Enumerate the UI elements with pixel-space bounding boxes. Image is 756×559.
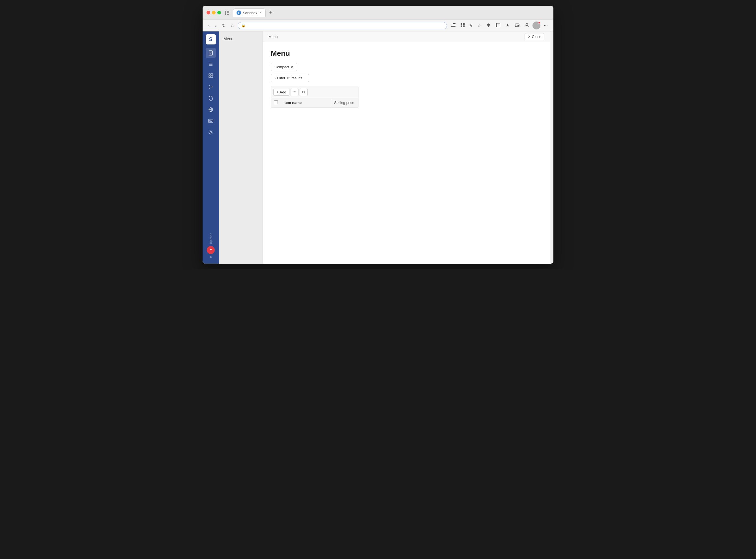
browser-tab[interactable]: S Sandbox × — [233, 8, 266, 17]
avatar-notification-dot — [538, 22, 540, 24]
extension-icon-button[interactable] — [485, 22, 492, 29]
nav-bar: ‹ › ↻ ⌂ 🔒 A ☆ — [203, 20, 553, 31]
svg-rect-3 — [227, 14, 229, 15]
add-label: Add — [280, 90, 286, 94]
svg-rect-7 — [460, 23, 462, 25]
breadcrumb-bar: Menu ✕ Close — [263, 31, 550, 42]
sidebar-nav-list[interactable] — [206, 59, 216, 69]
chevron-down-icon: ∨ — [290, 65, 293, 69]
sidebar-nav-keyboard[interactable] — [206, 116, 216, 126]
item-name-header-label: Item name — [283, 100, 302, 105]
wallet-icon-button[interactable] — [513, 22, 521, 29]
svg-rect-2 — [227, 12, 229, 13]
close-x-icon: ✕ — [528, 35, 531, 39]
table-toolbar: + Add ≡ ↺ — [271, 86, 358, 98]
text-icon-button[interactable]: A — [468, 22, 474, 29]
svg-rect-9 — [460, 25, 462, 27]
address-input[interactable] — [247, 23, 443, 28]
page-content: Menu Compact ∨ › Filter 15 results... — [263, 42, 550, 115]
sidebar-bottom: kjerner — [207, 233, 215, 261]
filter-chevron-icon: › — [275, 76, 276, 80]
refresh-icon: ↺ — [302, 90, 305, 94]
filter-row: › Filter 15 results... — [271, 74, 542, 82]
table-header: Item name Selling price — [271, 98, 358, 108]
scrollbar[interactable] — [550, 31, 553, 264]
sidebar-item-menu[interactable]: Menu — [219, 34, 263, 43]
minimize-traffic-light[interactable] — [212, 11, 216, 15]
forward-button[interactable]: › — [214, 22, 218, 29]
list-icon: ≡ — [293, 90, 296, 94]
nav-icons: A ☆ ⋯ — [449, 22, 549, 29]
more-button[interactable]: ⋯ — [542, 22, 549, 29]
sidebar-dot — [210, 256, 212, 258]
compact-label: Compact — [275, 65, 289, 69]
brand-text: kjerner — [209, 233, 212, 244]
svg-rect-8 — [463, 23, 465, 25]
sidebar-nav-settings[interactable] — [206, 127, 216, 137]
svg-rect-1 — [227, 11, 229, 12]
filter-button[interactable]: › Filter 15 results... — [271, 74, 309, 82]
sidebar-nav-login[interactable] — [206, 82, 216, 92]
header-checkbox-cell — [271, 98, 281, 107]
svg-rect-26 — [211, 76, 213, 77]
home-button[interactable]: ⌂ — [230, 22, 235, 29]
select-all-checkbox[interactable] — [274, 100, 278, 104]
svg-rect-10 — [463, 25, 465, 27]
left-sidebar: S — [203, 31, 219, 264]
plus-icon: + — [277, 90, 279, 94]
svg-rect-4 — [451, 26, 455, 27]
close-label: Close — [532, 35, 541, 39]
cast-icon-button[interactable] — [449, 22, 457, 29]
add-button[interactable]: + Add — [273, 89, 289, 96]
sidebar-icon-button[interactable] — [494, 22, 502, 29]
close-traffic-light[interactable] — [207, 11, 210, 15]
column-header-selling-price: Selling price — [331, 98, 358, 107]
profile-icon-button[interactable] — [523, 22, 531, 29]
filter-label: Filter 15 results... — [277, 76, 305, 80]
svg-point-15 — [526, 23, 528, 25]
sidebar-toggle-button[interactable] — [224, 10, 230, 16]
app-layout: S — [203, 31, 553, 264]
table-container: + Add ≡ ↺ — [271, 86, 358, 108]
lock-icon: 🔒 — [241, 23, 245, 27]
sidebar-nav-grid[interactable] — [206, 70, 216, 81]
close-button[interactable]: ✕ Close — [524, 33, 544, 40]
app-logo[interactable]: S — [206, 34, 216, 44]
sidebar-nav — [206, 48, 216, 233]
svg-point-39 — [210, 249, 212, 250]
reload-button[interactable]: ↻ — [220, 22, 227, 29]
traffic-lights — [207, 11, 221, 15]
refresh-button[interactable]: ↺ — [300, 88, 308, 96]
svg-rect-14 — [518, 25, 519, 26]
back-button[interactable]: ‹ — [207, 22, 211, 29]
svg-rect-24 — [211, 74, 213, 75]
toolbar-row: Compact ∨ — [271, 63, 542, 71]
favorites-icon-button[interactable] — [504, 22, 512, 29]
svg-rect-31 — [209, 119, 213, 122]
sidebar-nav-globe[interactable] — [206, 105, 216, 115]
tab-label: Sandbox — [243, 11, 257, 15]
svg-rect-12 — [496, 23, 497, 27]
sidebar-nav-document[interactable] — [206, 48, 216, 58]
svg-point-37 — [210, 131, 212, 133]
svg-rect-6 — [453, 23, 455, 24]
fullscreen-traffic-light[interactable] — [217, 11, 221, 15]
second-sidebar: Menu — [219, 31, 263, 264]
svg-rect-5 — [452, 25, 455, 25]
breadcrumb: Menu — [268, 35, 278, 39]
sidebar-nav-sync[interactable] — [206, 93, 216, 103]
brand-logo[interactable] — [207, 246, 215, 254]
svg-rect-25 — [209, 76, 211, 77]
list-view-button[interactable]: ≡ — [290, 88, 299, 96]
content-area: Menu ✕ Close Menu Compact ∨ — [263, 31, 550, 264]
tab-favicon: S — [237, 10, 241, 15]
tab-close-button[interactable]: × — [259, 11, 262, 15]
star-icon-button[interactable]: ☆ — [476, 22, 483, 29]
svg-rect-23 — [209, 74, 211, 75]
column-header-item-name: Item name — [281, 98, 331, 107]
new-tab-button[interactable]: + — [267, 9, 274, 16]
grid-icon-button[interactable] — [459, 22, 466, 29]
compact-button[interactable]: Compact ∨ — [271, 63, 297, 71]
tab-bar: S Sandbox × + — [233, 8, 549, 17]
svg-rect-0 — [225, 11, 226, 15]
